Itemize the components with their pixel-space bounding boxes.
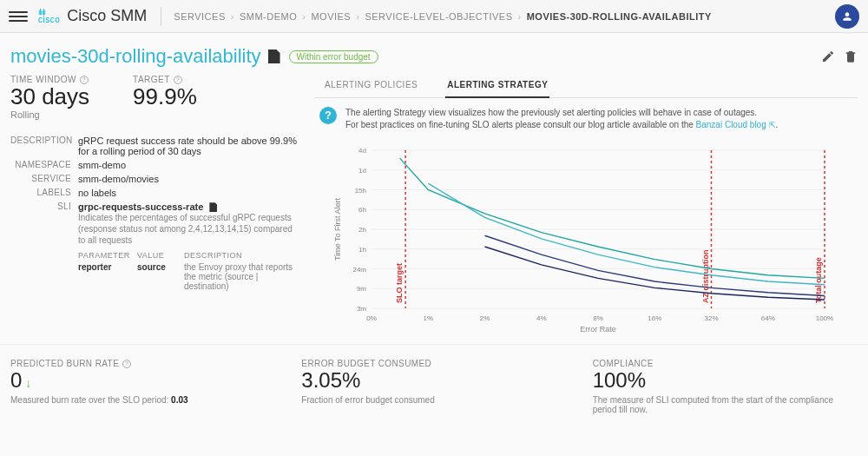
svc-value: smm-demo/movies	[78, 174, 297, 184]
svg-text:1d: 1d	[358, 167, 366, 175]
external-link-icon: ⇱	[769, 121, 776, 129]
breadcrumb: SERVICES› SMM-DEMO› MOVIES› SERVICE-LEVE…	[174, 11, 711, 22]
svg-text:9m: 9m	[357, 285, 366, 293]
burn-value: 0	[10, 368, 22, 393]
svg-text:4%: 4%	[536, 314, 547, 322]
info-line2: For best practices on fine-tuning SLO al…	[345, 120, 696, 129]
param-h-parameter: PARAMETER	[78, 251, 127, 260]
param-h-value: VALUE	[137, 251, 174, 260]
info-strip: ? The alerting Strategy view visualizes …	[314, 98, 858, 140]
svg-text:8%: 8%	[593, 314, 603, 322]
info-line1: The alerting Strategy view visualizes ho…	[345, 108, 757, 117]
bottom-cards: PREDICTED BURN RATE? 0↓ Measured burn ra…	[0, 344, 868, 414]
divider	[161, 7, 161, 26]
menu-icon[interactable]	[9, 7, 28, 26]
svg-text:AZ distruption: AZ distruption	[701, 250, 710, 304]
svg-text:2h: 2h	[358, 226, 366, 234]
status-badge: Within error budget	[289, 50, 378, 63]
metrics-row: TIME WINDOW? 30 days Rolling TARGET? 99.…	[10, 75, 297, 120]
svg-text:16%: 16%	[648, 314, 661, 322]
param-desc: the Envoy proxy that reports the metric …	[184, 262, 297, 291]
param-value: source	[137, 262, 174, 291]
crumb[interactable]: MOVIES	[311, 11, 351, 22]
main-content: TIME WINDOW? 30 days Rolling TARGET? 99.…	[0, 75, 868, 337]
svg-text:3m: 3m	[357, 305, 366, 313]
chart: 3m9m24m1h2h6h15h1d4d0%1%2%4%8%16%32%64%1…	[314, 140, 858, 337]
compliance-card: COMPLIANCE 100% The measure of SLI compu…	[593, 359, 858, 414]
burn-desc: Measured burn rate over the SLO period: …	[10, 395, 275, 405]
tab-alerting-strategy[interactable]: ALERTING STRATEGY	[445, 75, 549, 98]
svg-text:SLO target: SLO target	[395, 263, 404, 303]
sli-label: SLI	[10, 202, 78, 292]
info-icon[interactable]: ?	[122, 360, 131, 368]
svg-text:15h: 15h	[355, 187, 366, 195]
burn-label: PREDICTED BURN RATE	[10, 359, 119, 368]
left-panel: TIME WINDOW? 30 days Rolling TARGET? 99.…	[10, 75, 297, 337]
consumed-label: ERROR BUDGET CONSUMED	[301, 359, 566, 368]
consumed-desc: Fraction of error budget consumed	[301, 395, 566, 405]
app-title: Cisco SMM	[67, 7, 147, 25]
target-value: 99.9%	[133, 84, 197, 109]
time-window-metric: TIME WINDOW? 30 days Rolling	[10, 75, 89, 120]
help-icon[interactable]: ?	[319, 107, 337, 124]
svg-text:4d: 4d	[358, 147, 366, 155]
svg-text:24m: 24m	[352, 266, 366, 274]
document-icon	[209, 202, 217, 212]
svg-text:0%: 0%	[366, 314, 377, 322]
sli-desc: Indicates the percentages of successful …	[78, 212, 297, 246]
edit-icon[interactable]	[821, 50, 835, 63]
title-bar: movies-30d-rolling-availability Within e…	[0, 33, 868, 75]
info-icon[interactable]: ?	[80, 76, 89, 84]
svg-text:64%: 64%	[761, 314, 775, 322]
delete-icon[interactable]	[844, 50, 858, 63]
time-window-value: 30 days	[10, 84, 89, 109]
trend-down-icon: ↓	[25, 376, 31, 391]
crumb[interactable]: SERVICE-LEVEL-OBJECTIVES	[365, 11, 512, 22]
desc-label: DESCRIPTION	[10, 135, 78, 156]
time-window-sub: Rolling	[10, 109, 89, 120]
svg-text:100%: 100%	[816, 314, 833, 322]
labels-label: LABELS	[10, 188, 78, 198]
svg-text:6h: 6h	[358, 206, 366, 214]
svg-text:2%: 2%	[480, 314, 490, 322]
svg-text:32%: 32%	[704, 314, 718, 322]
compliance-value: 100%	[593, 368, 858, 393]
tabs: ALERTING POLICIES ALERTING STRATEGY	[314, 75, 858, 98]
page-title: movies-30d-rolling-availability	[10, 45, 261, 68]
top-bar: ılıılıcisco Cisco SMM SERVICES› SMM-DEMO…	[0, 0, 868, 33]
blog-link[interactable]: Banzai Cloud blog ⇱	[696, 120, 776, 129]
ns-label: NAMESPACE	[10, 160, 78, 170]
crumb[interactable]: SMM-DEMO	[240, 11, 297, 22]
cisco-logo: ılıılıcisco	[38, 9, 60, 23]
sli-name: grpc-requests-success-rate	[78, 202, 203, 212]
document-icon	[268, 50, 280, 63]
right-panel: ALERTING POLICIES ALERTING STRATEGY ? Th…	[314, 75, 858, 337]
svg-text:1%: 1%	[423, 314, 433, 322]
info-text: The alerting Strategy view visualizes ho…	[345, 107, 778, 131]
svg-text:Time To First Alert: Time To First Alert	[333, 197, 342, 261]
details-block: DESCRIPTIONgRPC request success rate sho…	[10, 135, 297, 292]
labels-value: no labels	[78, 188, 297, 198]
param-h-desc: DESCRIPTION	[184, 251, 297, 260]
compliance-label: COMPLIANCE	[593, 359, 858, 368]
svc-label: SERVICE	[10, 174, 78, 184]
ns-value: smm-demo	[78, 160, 297, 170]
svg-text:Error Rate: Error Rate	[580, 325, 616, 334]
title-actions	[821, 50, 858, 63]
param-name: reporter	[78, 262, 127, 291]
target-metric: TARGET? 99.9%	[133, 75, 197, 120]
crumb-current: MOVIES-30D-ROLLING-AVAILABILITY	[527, 11, 712, 22]
avatar[interactable]	[835, 4, 859, 29]
burn-rate-card: PREDICTED BURN RATE? 0↓ Measured burn ra…	[10, 359, 275, 414]
svg-text:1h: 1h	[358, 246, 366, 254]
compliance-desc: The measure of SLI computed from the sta…	[593, 395, 858, 414]
consumed-value: 3.05%	[301, 368, 566, 393]
param-table: PARAMETER VALUE DESCRIPTION reporter sou…	[78, 251, 297, 291]
sli-block: grpc-requests-success-rate Indicates the…	[78, 202, 297, 292]
crumb[interactable]: SERVICES	[174, 11, 225, 22]
svg-text:Total outage: Total outage	[814, 257, 823, 303]
info-icon[interactable]: ?	[174, 76, 182, 84]
desc-value: gRPC request success rate should be abov…	[78, 135, 297, 156]
tab-alerting-policies[interactable]: ALERTING POLICIES	[323, 75, 419, 97]
consumed-card: ERROR BUDGET CONSUMED 3.05% Fraction of …	[301, 359, 566, 414]
